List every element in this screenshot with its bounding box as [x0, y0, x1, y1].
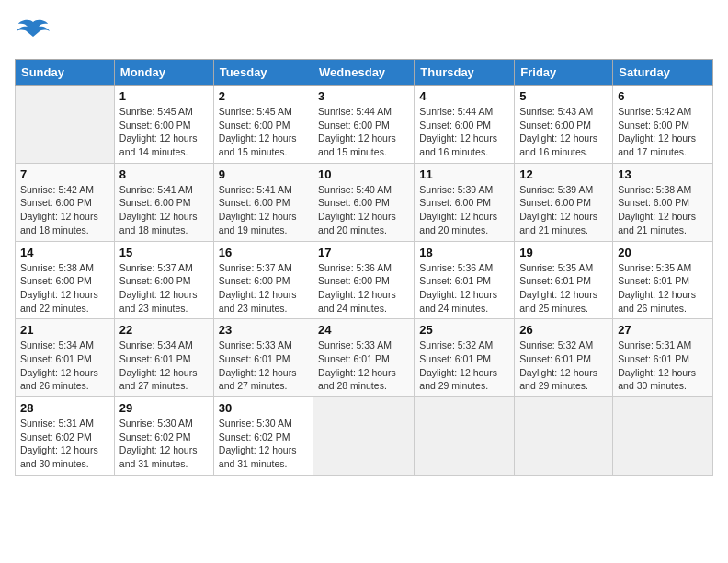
- calendar-cell: 26Sunrise: 5:32 AM Sunset: 6:01 PM Dayli…: [515, 319, 613, 397]
- day-info: Sunrise: 5:45 AM Sunset: 6:00 PM Dayligh…: [219, 105, 308, 159]
- header-day-thursday: Thursday: [415, 60, 515, 86]
- day-number: 11: [419, 167, 509, 181]
- day-info: Sunrise: 5:33 AM Sunset: 6:01 PM Dayligh…: [318, 339, 409, 393]
- week-row-2: 7Sunrise: 5:42 AM Sunset: 6:00 PM Daylig…: [16, 163, 713, 241]
- calendar-cell: 24Sunrise: 5:33 AM Sunset: 6:01 PM Dayli…: [313, 319, 415, 397]
- day-number: 14: [20, 246, 109, 259]
- day-number: 4: [419, 89, 509, 103]
- week-row-4: 21Sunrise: 5:34 AM Sunset: 6:01 PM Dayli…: [16, 319, 713, 397]
- header-day-sunday: Sunday: [16, 60, 115, 86]
- header-row: SundayMondayTuesdayWednesdayThursdayFrid…: [16, 60, 713, 86]
- header-day-friday: Friday: [515, 60, 613, 86]
- day-number: 22: [119, 323, 209, 337]
- day-info: Sunrise: 5:44 AM Sunset: 6:00 PM Dayligh…: [419, 105, 509, 159]
- day-info: Sunrise: 5:33 AM Sunset: 6:01 PM Dayligh…: [219, 339, 308, 393]
- day-number: 19: [519, 246, 608, 259]
- day-info: Sunrise: 5:31 AM Sunset: 6:01 PM Dayligh…: [618, 339, 708, 393]
- day-info: Sunrise: 5:41 AM Sunset: 6:00 PM Dayligh…: [219, 183, 308, 237]
- calendar-cell: 7Sunrise: 5:42 AM Sunset: 6:00 PM Daylig…: [16, 163, 115, 241]
- calendar-table: SundayMondayTuesdayWednesdayThursdayFrid…: [15, 59, 713, 476]
- logo-icon: [15, 15, 51, 52]
- calendar-cell: [415, 397, 515, 476]
- calendar-cell: 2Sunrise: 5:45 AM Sunset: 6:00 PM Daylig…: [213, 86, 313, 164]
- day-number: 13: [618, 167, 708, 181]
- day-number: 24: [318, 323, 409, 337]
- day-info: Sunrise: 5:36 AM Sunset: 6:00 PM Dayligh…: [318, 261, 409, 316]
- logo: [15, 15, 55, 52]
- calendar-cell: 5Sunrise: 5:43 AM Sunset: 6:00 PM Daylig…: [515, 86, 613, 164]
- header-day-monday: Monday: [114, 60, 213, 86]
- day-number: 30: [219, 401, 308, 415]
- day-number: 15: [119, 246, 209, 259]
- calendar-cell: 25Sunrise: 5:32 AM Sunset: 6:01 PM Dayli…: [415, 319, 515, 397]
- calendar-cell: 9Sunrise: 5:41 AM Sunset: 6:00 PM Daylig…: [213, 163, 313, 241]
- day-info: Sunrise: 5:34 AM Sunset: 6:01 PM Dayligh…: [119, 339, 209, 393]
- day-number: 23: [219, 323, 308, 337]
- calendar-cell: 30Sunrise: 5:30 AM Sunset: 6:02 PM Dayli…: [213, 397, 313, 476]
- calendar-cell: 8Sunrise: 5:41 AM Sunset: 6:00 PM Daylig…: [114, 163, 213, 241]
- calendar-cell: 13Sunrise: 5:38 AM Sunset: 6:00 PM Dayli…: [613, 163, 713, 241]
- calendar-cell: 1Sunrise: 5:45 AM Sunset: 6:00 PM Daylig…: [114, 86, 213, 164]
- day-number: 1: [119, 89, 209, 103]
- day-number: 25: [419, 323, 509, 337]
- day-info: Sunrise: 5:37 AM Sunset: 6:00 PM Dayligh…: [219, 261, 308, 316]
- day-info: Sunrise: 5:34 AM Sunset: 6:01 PM Dayligh…: [20, 339, 109, 393]
- day-info: Sunrise: 5:39 AM Sunset: 6:00 PM Dayligh…: [519, 183, 608, 237]
- day-info: Sunrise: 5:44 AM Sunset: 6:00 PM Dayligh…: [318, 105, 409, 159]
- calendar-cell: 6Sunrise: 5:42 AM Sunset: 6:00 PM Daylig…: [613, 86, 713, 164]
- calendar-cell: 15Sunrise: 5:37 AM Sunset: 6:00 PM Dayli…: [114, 241, 213, 319]
- day-info: Sunrise: 5:39 AM Sunset: 6:00 PM Dayligh…: [419, 183, 509, 237]
- calendar-cell: 17Sunrise: 5:36 AM Sunset: 6:00 PM Dayli…: [313, 241, 415, 319]
- header-day-wednesday: Wednesday: [313, 60, 415, 86]
- day-number: 18: [419, 246, 509, 259]
- day-number: 29: [119, 401, 209, 415]
- week-row-3: 14Sunrise: 5:38 AM Sunset: 6:00 PM Dayli…: [16, 241, 713, 319]
- calendar-cell: [313, 397, 415, 476]
- calendar-cell: 10Sunrise: 5:40 AM Sunset: 6:00 PM Dayli…: [313, 163, 415, 241]
- day-number: 3: [318, 89, 409, 103]
- day-info: Sunrise: 5:31 AM Sunset: 6:02 PM Dayligh…: [20, 417, 109, 471]
- calendar-body: 1Sunrise: 5:45 AM Sunset: 6:00 PM Daylig…: [16, 86, 713, 476]
- day-info: Sunrise: 5:32 AM Sunset: 6:01 PM Dayligh…: [519, 339, 608, 393]
- day-number: 8: [119, 167, 209, 181]
- calendar-cell: 20Sunrise: 5:35 AM Sunset: 6:01 PM Dayli…: [613, 241, 713, 319]
- day-number: 27: [618, 323, 708, 337]
- calendar-cell: 21Sunrise: 5:34 AM Sunset: 6:01 PM Dayli…: [16, 319, 115, 397]
- day-info: Sunrise: 5:36 AM Sunset: 6:01 PM Dayligh…: [419, 261, 509, 316]
- calendar-cell: 23Sunrise: 5:33 AM Sunset: 6:01 PM Dayli…: [213, 319, 313, 397]
- day-number: 16: [219, 246, 308, 259]
- day-info: Sunrise: 5:30 AM Sunset: 6:02 PM Dayligh…: [219, 417, 308, 471]
- week-row-5: 28Sunrise: 5:31 AM Sunset: 6:02 PM Dayli…: [16, 397, 713, 476]
- page-header: [15, 15, 713, 52]
- day-number: 6: [618, 89, 708, 103]
- day-number: 21: [20, 323, 109, 337]
- day-number: 12: [519, 167, 608, 181]
- calendar-cell: 4Sunrise: 5:44 AM Sunset: 6:00 PM Daylig…: [415, 86, 515, 164]
- day-number: 17: [318, 246, 409, 259]
- calendar-cell: 28Sunrise: 5:31 AM Sunset: 6:02 PM Dayli…: [16, 397, 115, 476]
- calendar-header: SundayMondayTuesdayWednesdayThursdayFrid…: [16, 60, 713, 86]
- calendar-cell: 18Sunrise: 5:36 AM Sunset: 6:01 PM Dayli…: [415, 241, 515, 319]
- header-day-saturday: Saturday: [613, 60, 713, 86]
- calendar-cell: 19Sunrise: 5:35 AM Sunset: 6:01 PM Dayli…: [515, 241, 613, 319]
- day-number: 7: [20, 167, 109, 181]
- week-row-1: 1Sunrise: 5:45 AM Sunset: 6:00 PM Daylig…: [16, 86, 713, 164]
- day-number: 9: [219, 167, 308, 181]
- day-info: Sunrise: 5:32 AM Sunset: 6:01 PM Dayligh…: [419, 339, 509, 393]
- header-day-tuesday: Tuesday: [213, 60, 313, 86]
- calendar-cell: 22Sunrise: 5:34 AM Sunset: 6:01 PM Dayli…: [114, 319, 213, 397]
- day-number: 2: [219, 89, 308, 103]
- day-info: Sunrise: 5:30 AM Sunset: 6:02 PM Dayligh…: [119, 417, 209, 471]
- day-info: Sunrise: 5:38 AM Sunset: 6:00 PM Dayligh…: [20, 261, 109, 316]
- calendar-cell: 11Sunrise: 5:39 AM Sunset: 6:00 PM Dayli…: [415, 163, 515, 241]
- day-info: Sunrise: 5:42 AM Sunset: 6:00 PM Dayligh…: [20, 183, 109, 237]
- calendar-cell: 3Sunrise: 5:44 AM Sunset: 6:00 PM Daylig…: [313, 86, 415, 164]
- day-number: 5: [519, 89, 608, 103]
- calendar-cell: [16, 86, 115, 164]
- calendar-cell: 12Sunrise: 5:39 AM Sunset: 6:00 PM Dayli…: [515, 163, 613, 241]
- day-info: Sunrise: 5:35 AM Sunset: 6:01 PM Dayligh…: [519, 261, 608, 316]
- day-info: Sunrise: 5:37 AM Sunset: 6:00 PM Dayligh…: [119, 261, 209, 316]
- calendar-cell: 29Sunrise: 5:30 AM Sunset: 6:02 PM Dayli…: [114, 397, 213, 476]
- calendar-cell: 16Sunrise: 5:37 AM Sunset: 6:00 PM Dayli…: [213, 241, 313, 319]
- day-number: 20: [618, 246, 708, 259]
